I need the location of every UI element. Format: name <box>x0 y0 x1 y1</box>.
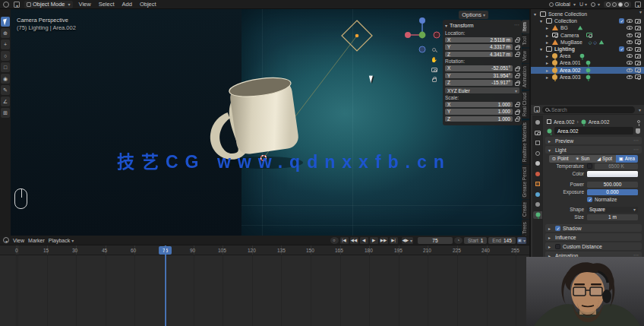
expand-icon[interactable] <box>546 40 551 45</box>
timeline-editor-icon[interactable] <box>3 237 9 243</box>
power-field[interactable]: 500.000 <box>587 182 638 188</box>
scale-z-field[interactable]: Z1.000 <box>445 116 513 122</box>
transform-orientation-dropdown[interactable]: Global <box>549 2 576 7</box>
location-x-field[interactable]: X2.5118 m <box>445 37 513 43</box>
timeline-menu-view[interactable]: View <box>13 238 24 243</box>
overlays-icon[interactable] <box>635 2 641 8</box>
light-datablock-icon[interactable] <box>548 128 552 133</box>
blender-logo-icon[interactable] <box>3 2 9 8</box>
tab-object-data-icon[interactable] <box>533 211 542 219</box>
play-reverse-button[interactable]: ◀ <box>360 237 368 244</box>
expand-icon[interactable] <box>546 68 551 73</box>
lock-icon[interactable] <box>515 82 519 86</box>
lock-icon[interactable] <box>515 75 519 79</box>
disable-render-icon[interactable] <box>635 47 641 52</box>
lock-icon[interactable] <box>515 111 519 115</box>
panel-menu-icon[interactable] <box>633 147 639 153</box>
tab-real-cloud[interactable]: Real Cloud <box>522 90 529 119</box>
expand-icon[interactable] <box>540 18 545 24</box>
transform-panel-header[interactable]: Transform <box>445 21 519 29</box>
next-keyframe-button[interactable]: ▶▶ <box>380 237 388 244</box>
keying-set-clock-icon[interactable]: ◔ <box>454 237 462 244</box>
disable-render-icon[interactable] <box>635 68 641 72</box>
expand-icon[interactable] <box>546 53 551 59</box>
exposure-field[interactable]: 0.000 <box>587 189 638 195</box>
properties-editor-icon[interactable] <box>534 106 540 112</box>
expand-icon[interactable] <box>546 25 551 30</box>
current-frame-field[interactable]: 75 <box>418 237 453 244</box>
temperature-field[interactable]: 6500 K <box>595 163 638 169</box>
hide-eye-icon[interactable] <box>627 19 633 23</box>
light-type-sun[interactable]: ☀Sun <box>571 155 593 163</box>
temperature-checkbox[interactable] <box>587 163 592 169</box>
light-type-area[interactable]: ▣Area <box>616 155 638 163</box>
pin-icon[interactable] <box>637 120 640 123</box>
breadcrumb-data[interactable]: Area.002 <box>589 119 610 125</box>
shading-rendered-icon[interactable] <box>624 2 629 7</box>
hide-eye-icon[interactable] <box>627 75 633 79</box>
timeline-track-area[interactable] <box>0 255 529 326</box>
lock-icon[interactable] <box>515 46 519 50</box>
proportional-editing-icon[interactable] <box>591 2 600 7</box>
tab-view[interactable]: View <box>522 49 529 64</box>
jump-to-end-button[interactable]: ▶| <box>390 237 398 244</box>
lock-icon[interactable] <box>515 104 519 108</box>
tab-render-icon[interactable] <box>533 129 542 137</box>
tab-realtime-materials[interactable]: Realtime Materials <box>522 120 529 164</box>
lock-icon[interactable] <box>515 54 519 58</box>
menu-add[interactable]: Add <box>121 1 134 8</box>
frame-end-field[interactable]: End145 <box>488 237 515 244</box>
editor-type-icon[interactable] <box>14 2 20 8</box>
hide-eye-icon[interactable] <box>627 33 633 37</box>
tab-output-icon[interactable] <box>533 139 542 147</box>
size-field[interactable]: 1 m <box>587 214 638 220</box>
custom-distance-checkbox[interactable] <box>555 244 560 249</box>
tool-select-box[interactable] <box>1 17 10 27</box>
auto-keying-icon[interactable]: ○ <box>330 237 339 244</box>
timeline-menu-playback[interactable]: Playback <box>49 238 74 243</box>
exclude-checkbox[interactable] <box>619 18 624 24</box>
tab-tool-icon[interactable] <box>533 119 542 126</box>
play-button[interactable]: ▶ <box>370 237 378 244</box>
tab-animation[interactable]: Animation <box>522 64 529 90</box>
hide-eye-icon[interactable] <box>627 61 633 65</box>
prev-keyframe-button[interactable]: ◀◀ <box>350 237 358 244</box>
tool-measure[interactable]: ∠ <box>1 97 10 106</box>
3d-viewport[interactable]: Camera Perspective (75) Lighting | Area.… <box>11 9 529 236</box>
zoom-icon[interactable] <box>430 46 438 54</box>
scale-y-field[interactable]: Y1.000 <box>445 109 513 115</box>
snap-magnet-icon[interactable]: U <box>579 2 587 7</box>
panel-shadow[interactable]: Shadow <box>545 224 642 232</box>
tab-item[interactable]: Item <box>522 20 529 33</box>
location-z-field[interactable]: Z4.3417 m <box>445 52 513 58</box>
hide-eye-icon[interactable] <box>627 54 633 58</box>
light-type-point[interactable]: ⊙Point <box>549 155 571 163</box>
tab-object-icon[interactable] <box>533 180 542 188</box>
outliner-row-area[interactable]: Area <box>531 52 644 59</box>
tool-add-cube[interactable]: ⊞ <box>1 108 10 118</box>
outliner-row-lighting[interactable]: Lighting <box>531 46 644 52</box>
outliner-row-camera[interactable]: Camera <box>531 32 644 39</box>
shape-dropdown[interactable]: Square <box>587 207 638 213</box>
fake-user-icon[interactable] <box>636 128 640 134</box>
tab-scene-icon[interactable] <box>533 160 542 167</box>
hide-eye-icon[interactable] <box>627 40 633 44</box>
expand-icon[interactable] <box>546 33 551 38</box>
shading-wireframe-icon[interactable] <box>606 2 611 7</box>
outliner-row-mugbase[interactable]: MugBase ◇ ◇ <box>531 39 644 46</box>
hide-eye-icon[interactable] <box>627 68 633 72</box>
rotation-mode-dropdown[interactable]: XYZ Euler <box>445 87 519 93</box>
panel-custom-distance[interactable]: Custom Distance <box>545 242 642 250</box>
tab-modifiers-icon[interactable] <box>533 191 542 198</box>
tool-transform[interactable]: ◉ <box>1 74 10 84</box>
rotation-z-field[interactable]: Z-15.917° <box>445 80 513 86</box>
panel-menu-icon[interactable] <box>633 138 639 144</box>
tab-tool[interactable]: Tool <box>522 34 529 48</box>
color-swatch[interactable] <box>587 171 638 177</box>
tool-scale[interactable]: □ <box>1 62 10 72</box>
disable-render-icon[interactable] <box>635 74 641 79</box>
expand-icon[interactable] <box>540 46 545 52</box>
scale-x-field[interactable]: X1.000 <box>445 102 513 108</box>
tool-annotate[interactable]: ✎ <box>1 85 10 95</box>
hide-eye-icon[interactable] <box>627 47 633 51</box>
